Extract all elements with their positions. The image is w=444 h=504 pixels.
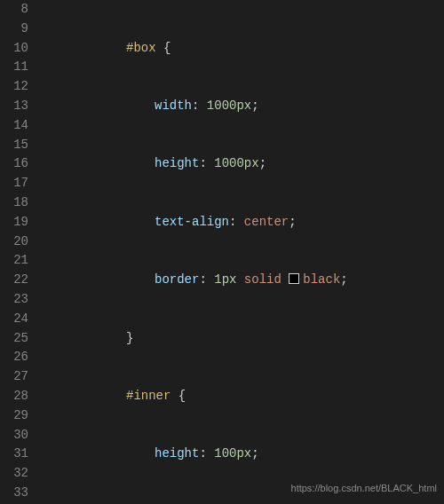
color-swatch-icon (289, 273, 299, 284)
code-line: height: 100px; (41, 445, 444, 464)
line-number: 28 (4, 387, 28, 406)
line-number: 23 (4, 290, 28, 310)
line-number: 31 (4, 445, 28, 464)
code-line: height: 1000px; (41, 154, 444, 174)
line-number: 17 (4, 174, 28, 193)
watermark-text: https://blog.csdn.net/BLACK_html (291, 479, 437, 499)
css-value: black (303, 272, 340, 287)
line-number: 21 (4, 251, 28, 271)
css-property: border (155, 272, 199, 287)
line-number: 27 (4, 367, 28, 387)
brace-open: { (163, 41, 170, 55)
line-number: 10 (4, 39, 28, 59)
line-number: 30 (4, 426, 28, 445)
css-value: center (244, 215, 289, 229)
css-value: 1px (214, 272, 236, 287)
css-value: 1000px (214, 156, 258, 170)
line-number: 29 (4, 406, 28, 426)
brace-open: { (178, 389, 186, 403)
line-number: 8 (4, 0, 28, 20)
brace-close: } (126, 331, 133, 345)
code-line: width: 1000px; (41, 97, 444, 116)
line-number: 25 (4, 329, 28, 349)
code-line: border: 1px solid black; (41, 271, 444, 290)
line-number: 11 (4, 58, 28, 77)
code-line: text-align: center; (41, 213, 444, 232)
line-number: 16 (4, 154, 28, 174)
css-property: text-align (155, 215, 229, 229)
line-number: 33 (4, 484, 28, 503)
code-line: #box { (41, 39, 444, 59)
line-number: 24 (4, 310, 28, 329)
line-number: 9 (4, 20, 28, 39)
code-line: #inner { (41, 387, 444, 406)
line-number: 13 (4, 97, 28, 116)
code-line: } (41, 329, 444, 349)
css-value: 100px (214, 446, 251, 461)
css-value: solid (244, 272, 281, 287)
line-number: 15 (4, 136, 28, 155)
line-number: 18 (4, 193, 28, 213)
css-property: height (155, 156, 199, 170)
line-number: 20 (4, 232, 28, 252)
line-number: 22 (4, 271, 28, 290)
code-area[interactable]: #box { width: 1000px; height: 1000px; te… (41, 0, 444, 504)
line-number: 32 (4, 464, 28, 484)
line-number: 12 (4, 77, 28, 97)
css-value: 1000px (207, 98, 251, 113)
line-number: 26 (4, 348, 28, 367)
css-selector: #box (126, 41, 156, 55)
line-number-gutter: 8 9 10 11 12 13 14 15 16 17 18 19 20 21 … (0, 0, 41, 504)
code-editor: 8 9 10 11 12 13 14 15 16 17 18 19 20 21 … (0, 0, 444, 504)
css-property: width (155, 98, 192, 113)
css-selector: #inner (126, 389, 170, 403)
css-property: height (155, 446, 199, 461)
line-number: 14 (4, 116, 28, 136)
line-number: 19 (4, 213, 28, 232)
